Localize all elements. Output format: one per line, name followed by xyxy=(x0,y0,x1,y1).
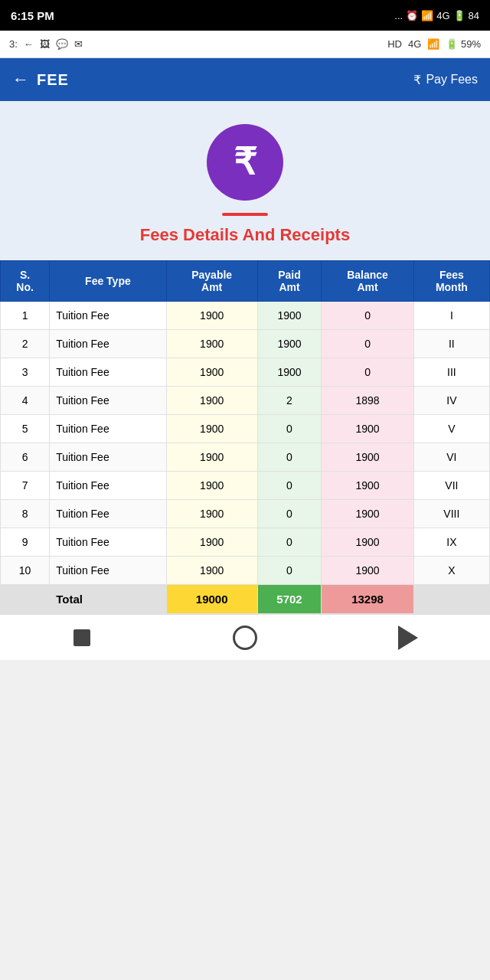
total-label: Total xyxy=(50,585,167,614)
triangle-icon xyxy=(398,626,418,650)
status-time: 6:15 PM xyxy=(11,9,54,22)
cell-payable: 1900 xyxy=(166,387,257,415)
cell-fee-type: Tuition Fee xyxy=(50,358,167,387)
fee-table-container: S.No. Fee Type PayableAmt PaidAmt Balanc… xyxy=(0,260,490,614)
cell-balance: 1900 xyxy=(322,528,413,557)
status-right: ... ⏰ 📶 4G 🔋 84 xyxy=(394,10,479,21)
cell-paid: 2 xyxy=(257,387,322,415)
app-icons-right: HD 4G 📶 🔋 59% xyxy=(387,38,481,50)
rupee-circle: ₹ xyxy=(207,124,283,201)
cell-fee-type: Tuition Fee xyxy=(50,387,167,415)
cell-sno: 4 xyxy=(1,387,50,415)
cell-payable: 1900 xyxy=(166,472,257,500)
alarm-icon: ⏰ xyxy=(406,10,418,21)
bottom-navigation xyxy=(0,614,490,660)
cell-balance: 0 xyxy=(322,330,413,358)
cell-fee-type: Tuition Fee xyxy=(50,302,167,330)
square-icon xyxy=(74,629,90,646)
battery-icon: 🔋 xyxy=(453,10,466,21)
cell-month: VIII xyxy=(413,500,489,528)
cell-fee-type: Tuition Fee xyxy=(50,528,167,557)
total-row: Total19000570213298 xyxy=(1,585,490,614)
table-row: 2Tuition Fee190019000II xyxy=(1,330,490,358)
signal-icon: 📶 xyxy=(421,10,433,21)
cell-balance: 0 xyxy=(322,358,413,387)
cell-month: V xyxy=(413,415,489,443)
cell-paid: 0 xyxy=(257,500,322,528)
nav-left: ← FEE xyxy=(12,70,69,90)
cell-month: X xyxy=(413,557,489,585)
header-section: ₹ Fees Details And Receipts xyxy=(0,101,490,260)
status-bar: 6:15 PM ... ⏰ 📶 4G 🔋 84 xyxy=(0,0,490,31)
col-paid: PaidAmt xyxy=(257,261,322,302)
table-row: 1Tuition Fee190019000I xyxy=(1,302,490,330)
back-icon-small[interactable]: ← xyxy=(24,38,34,50)
cell-fee-type: Tuition Fee xyxy=(50,443,167,472)
cell-balance: 0 xyxy=(322,302,413,330)
signal-dots: ... xyxy=(394,10,403,21)
cell-paid: 1900 xyxy=(257,358,322,387)
recent-button[interactable] xyxy=(394,624,422,652)
cell-paid: 1900 xyxy=(257,330,322,358)
network-4g-icon: 4G xyxy=(408,38,421,50)
cell-month: IX xyxy=(413,528,489,557)
cell-paid: 0 xyxy=(257,415,322,443)
total-balance: 13298 xyxy=(322,585,413,614)
cell-month: II xyxy=(413,330,489,358)
cell-month: I xyxy=(413,302,489,330)
rupee-icon: ₹ xyxy=(234,144,257,181)
pay-fees-button[interactable]: ₹ Pay Fees xyxy=(413,73,478,87)
col-sno: S.No. xyxy=(1,261,50,302)
cell-fee-type: Tuition Fee xyxy=(50,557,167,585)
cell-payable: 1900 xyxy=(166,500,257,528)
battery-level: 84 xyxy=(469,10,479,21)
cell-balance: 1900 xyxy=(322,557,413,585)
cell-payable: 1900 xyxy=(166,415,257,443)
total-payable: 19000 xyxy=(166,585,257,614)
nav-title: FEE xyxy=(37,71,69,89)
table-row: 3Tuition Fee190019000III xyxy=(1,358,490,387)
cell-balance: 1900 xyxy=(322,443,413,472)
hd-icon: HD xyxy=(387,38,402,50)
cell-fee-type: Tuition Fee xyxy=(50,415,167,443)
table-row: 9Tuition Fee190001900IX xyxy=(1,528,490,557)
cell-sno: 7 xyxy=(1,472,50,500)
circle-icon xyxy=(233,626,257,650)
table-row: 4Tuition Fee190021898IV xyxy=(1,387,490,415)
total-paid: 5702 xyxy=(257,585,322,614)
cell-payable: 1900 xyxy=(166,528,257,557)
network-icon: 4G xyxy=(436,10,449,21)
cell-balance: 1898 xyxy=(322,387,413,415)
cell-sno: 8 xyxy=(1,500,50,528)
cell-month: VI xyxy=(413,443,489,472)
image-icon: 🖼 xyxy=(40,38,50,50)
cell-sno: 1 xyxy=(1,302,50,330)
cell-payable: 1900 xyxy=(166,358,257,387)
cell-sno: 6 xyxy=(1,443,50,472)
cell-sno: 9 xyxy=(1,528,50,557)
app-status-bar: 3: ← 🖼 💬 ✉ HD 4G 📶 🔋 59% xyxy=(0,31,490,58)
cell-month: III xyxy=(413,358,489,387)
cell-month: IV xyxy=(413,387,489,415)
cell-paid: 0 xyxy=(257,443,322,472)
section-title: Fees Details And Receipts xyxy=(140,225,350,245)
cell-month: VII xyxy=(413,472,489,500)
cell-payable: 1900 xyxy=(166,302,257,330)
cell-paid: 0 xyxy=(257,557,322,585)
col-month: FeesMonth xyxy=(413,261,489,302)
cell-fee-type: Tuition Fee xyxy=(50,330,167,358)
cell-payable: 1900 xyxy=(166,443,257,472)
table-row: 5Tuition Fee190001900V xyxy=(1,415,490,443)
cell-payable: 1900 xyxy=(166,330,257,358)
red-divider xyxy=(222,213,268,216)
cell-sno: 10 xyxy=(1,557,50,585)
table-header-row: S.No. Fee Type PayableAmt PaidAmt Balanc… xyxy=(1,261,490,302)
home-button[interactable] xyxy=(68,624,96,652)
table-row: 7Tuition Fee190001900VII xyxy=(1,472,490,500)
nav-back-button[interactable]: ← xyxy=(12,70,29,90)
cell-sno: 2 xyxy=(1,330,50,358)
back-button[interactable] xyxy=(231,624,259,652)
app-icons-left: 3: ← 🖼 💬 ✉ xyxy=(9,38,83,50)
cell-paid: 0 xyxy=(257,472,322,500)
cell-sno: 5 xyxy=(1,415,50,443)
